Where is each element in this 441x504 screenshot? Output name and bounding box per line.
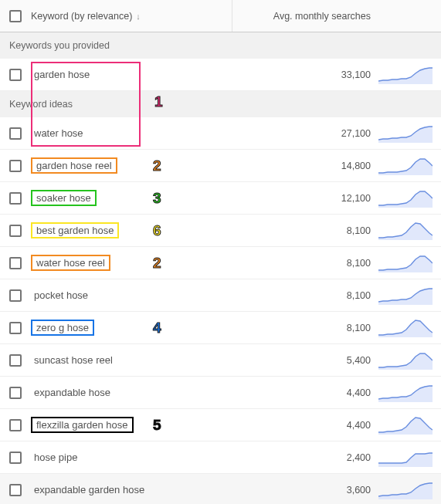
keyword-text: suncast hose reel <box>31 353 116 367</box>
keyword-text: pocket hose <box>31 288 91 303</box>
row-checkbox[interactable] <box>9 387 22 399</box>
trend-sparkline-icon <box>378 416 433 435</box>
row-checkbox[interactable] <box>9 257 22 269</box>
trend-sparkline-icon <box>378 351 433 370</box>
searches-column-label: Avg. monthly searches <box>273 11 371 22</box>
annotation-number: 5 <box>153 417 161 434</box>
row-checkbox[interactable] <box>9 354 22 367</box>
row-checkbox[interactable] <box>9 160 22 172</box>
keyword-text: soaker hose <box>31 190 97 206</box>
annotation-number: 2 <box>153 157 161 174</box>
row-checkbox[interactable] <box>9 484 22 496</box>
row-checkbox[interactable] <box>9 322 22 334</box>
keyword-column-header[interactable]: Keyword (by relevance) ↓ <box>31 11 232 22</box>
table-row[interactable]: water hose 27,100 <box>0 117 441 150</box>
keyword-text: expandable garden hose <box>31 482 148 497</box>
row-checkbox[interactable] <box>9 127 22 140</box>
row-checkbox[interactable] <box>9 419 22 431</box>
searches-value: 2,400 <box>232 452 378 463</box>
keyword-text: expandable hose <box>31 385 114 400</box>
trend-sparkline-icon <box>378 481 433 499</box>
searches-value: 8,100 <box>232 258 378 269</box>
keyword-text: garden hose <box>31 67 93 82</box>
keyword-text: best garden hose <box>31 222 119 238</box>
trend-sparkline-icon <box>378 286 433 305</box>
row-checkbox[interactable] <box>9 69 22 81</box>
trend-sparkline-icon <box>378 124 433 143</box>
table-row[interactable]: flexzilla garden hose 4,400 5 <box>0 409 441 441</box>
trend-sparkline-icon <box>378 254 433 272</box>
annotation-number: 6 <box>153 222 161 239</box>
searches-value: 4,400 <box>232 387 378 398</box>
table-row[interactable]: suncast hose reel 5,400 <box>0 344 441 377</box>
searches-value: 5,400 <box>232 355 378 366</box>
table-row[interactable]: water hose reel 8,100 2 <box>0 247 441 279</box>
annotation-number: 2 <box>153 255 161 272</box>
table-header-row: Keyword (by relevance) ↓ Avg. monthly se… <box>0 0 441 32</box>
row-checkbox[interactable] <box>9 225 22 237</box>
section-header-provided: Keywords you provided <box>0 32 441 59</box>
table-row[interactable]: expandable garden hose 3,600 <box>0 474 441 504</box>
keyword-column-label: Keyword (by relevance) <box>31 11 132 22</box>
searches-value: 12,100 <box>232 193 378 204</box>
row-checkbox[interactable] <box>9 192 22 205</box>
trend-sparkline-icon <box>378 157 433 175</box>
table-row[interactable]: hose pipe 2,400 <box>0 441 441 474</box>
keyword-text: garden hose reel <box>31 157 117 174</box>
searches-value: 27,100 <box>232 128 378 139</box>
trend-sparkline-icon <box>378 384 433 402</box>
keyword-text: hose pipe <box>31 450 80 465</box>
keyword-text: zero g hose <box>31 320 94 336</box>
annotation-number: 1 <box>154 93 163 110</box>
searches-value: 8,100 <box>232 323 378 333</box>
row-checkbox[interactable] <box>9 289 22 302</box>
annotation-number: 4 <box>153 320 161 337</box>
table-row[interactable]: expandable hose 4,400 <box>0 377 441 409</box>
section-label: Keywords you provided <box>9 40 110 51</box>
table-row[interactable]: garden hose 33,100 <box>0 59 441 91</box>
section-label: Keyword ideas <box>9 99 73 110</box>
trend-sparkline-icon <box>378 448 433 467</box>
trend-sparkline-icon <box>378 66 433 84</box>
table-row[interactable]: pocket hose 8,100 <box>0 279 441 312</box>
trend-sparkline-icon <box>378 319 433 337</box>
table-row[interactable]: best garden hose 8,100 6 <box>0 215 441 247</box>
trend-sparkline-icon <box>378 189 433 208</box>
keyword-text: water hose reel <box>31 255 110 271</box>
keyword-text: flexzilla garden hose <box>31 417 134 433</box>
searches-value: 8,100 <box>232 225 378 236</box>
searches-value: 14,800 <box>232 161 378 171</box>
sort-arrow-down-icon: ↓ <box>136 12 141 21</box>
table-row[interactable]: zero g hose 8,100 4 <box>0 312 441 344</box>
row-checkbox[interactable] <box>9 452 22 464</box>
trend-sparkline-icon <box>378 222 433 240</box>
searches-column-header[interactable]: Avg. monthly searches <box>232 11 378 22</box>
searches-value: 3,600 <box>232 485 378 496</box>
searches-value: 4,400 <box>232 420 378 431</box>
keyword-text: water hose <box>31 126 87 140</box>
select-all-checkbox[interactable] <box>9 10 22 22</box>
table-row[interactable]: garden hose reel 14,800 2 <box>0 150 441 182</box>
section-header-ideas: Keyword ideas <box>0 91 441 117</box>
vertical-divider <box>232 0 232 32</box>
searches-value: 33,100 <box>232 69 378 80</box>
table-row[interactable]: soaker hose 12,100 3 <box>0 182 441 215</box>
searches-value: 8,100 <box>232 290 378 301</box>
annotation-number: 3 <box>153 190 161 207</box>
